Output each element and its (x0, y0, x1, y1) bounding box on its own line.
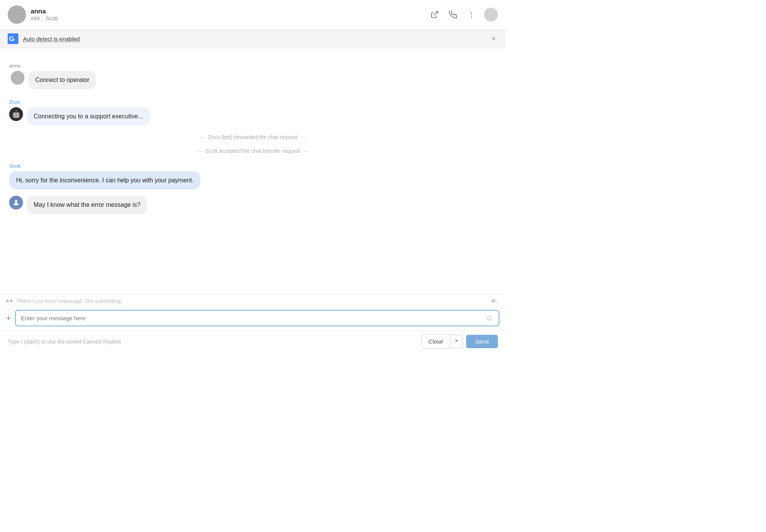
typing-preview-row: There's no error message. On submitting,… (0, 295, 506, 306)
message-input[interactable] (21, 314, 483, 322)
chat-header: anna #49 | Scott (0, 0, 506, 29)
close-dropdown-button[interactable] (450, 335, 463, 348)
typing-dots (6, 300, 13, 302)
message-input-box: ☺ (15, 310, 499, 326)
user-msg-avatar (11, 71, 25, 85)
agent-message-bubble-1: Hi, sorry for the inconvenience. I can h… (9, 171, 200, 190)
header-left: anna #49 | Scott (8, 5, 429, 24)
system-message-2: Scott accepted the chat transfer request (9, 148, 496, 154)
typing-preview-text: There's no error message. On submitting, (16, 298, 488, 304)
svg-point-1 (471, 14, 472, 15)
banner-text: Auto detect is enabled (23, 36, 489, 42)
canned-replies-hint: Type / (slash) to use the stored Canned … (8, 339, 421, 345)
person-icon (12, 199, 20, 206)
header-actions (429, 8, 498, 21)
close-button-group: Close (421, 334, 463, 349)
user-message-bubble: Connect to operator (28, 71, 96, 89)
header-meta: #49 | Scott (31, 15, 58, 21)
svg-point-2 (471, 16, 472, 18)
bot-sender-label: Zozo (9, 99, 496, 105)
bot-message-bubble: Connecting you to a support executive... (27, 107, 150, 126)
agent-msg-avatar (9, 196, 23, 210)
close-button[interactable]: Close (421, 334, 450, 349)
table-row: 🤖 Connecting you to a support executive.… (9, 107, 496, 126)
more-button[interactable] (466, 9, 477, 20)
user-sender-label: anna (9, 63, 496, 69)
send-button[interactable]: Send (466, 335, 498, 348)
dot-2 (10, 300, 13, 302)
banner-close-button[interactable]: × (489, 34, 498, 44)
agent-sender-label: Scott (9, 163, 496, 169)
agent-message-bubble-2: May I know what the error message is? (27, 196, 147, 214)
svg-point-6 (15, 200, 18, 203)
phone-icon (449, 10, 457, 19)
more-icon (467, 10, 476, 19)
meta-divider: | (42, 15, 43, 21)
emoji-button[interactable]: ☺ (486, 314, 493, 322)
table-row: May I know what the error message is? (9, 196, 496, 214)
user-avatar (8, 5, 26, 24)
table-row: Connect to operator (9, 71, 496, 89)
table-row: Hi, sorry for the inconvenience. I can h… (9, 171, 496, 190)
svg-text:×: × (13, 38, 15, 42)
bottom-bar: Type / (slash) to use the stored Canned … (0, 330, 506, 352)
bot-msg-avatar: 🤖 (9, 107, 23, 121)
agent-name: Scott (46, 15, 58, 21)
input-section: There's no error message. On submitting,… (0, 294, 506, 352)
header-username: anna (31, 8, 58, 15)
auto-detect-banner: G × Auto detect is enabled × (0, 29, 506, 48)
markdown-indicator: M↓ (491, 298, 498, 304)
google-translate-icon: G × (8, 33, 18, 44)
agent-avatar[interactable] (484, 8, 498, 21)
input-row: + ☺ (0, 306, 506, 330)
chevron-down-icon (454, 339, 459, 343)
chat-messages: anna Connect to operator Zozo 🤖 Connecti… (0, 48, 506, 294)
share-button[interactable] (429, 9, 440, 20)
attach-button[interactable]: + (6, 314, 11, 322)
user-info: anna #49 | Scott (31, 8, 58, 21)
share-icon (430, 10, 439, 19)
svg-point-0 (471, 11, 472, 13)
dot-1 (6, 300, 9, 302)
system-message-1: Zozo (bot) forwarded the chat request (9, 134, 496, 140)
ticket-number: #49 (31, 15, 39, 21)
phone-button[interactable] (447, 9, 459, 20)
